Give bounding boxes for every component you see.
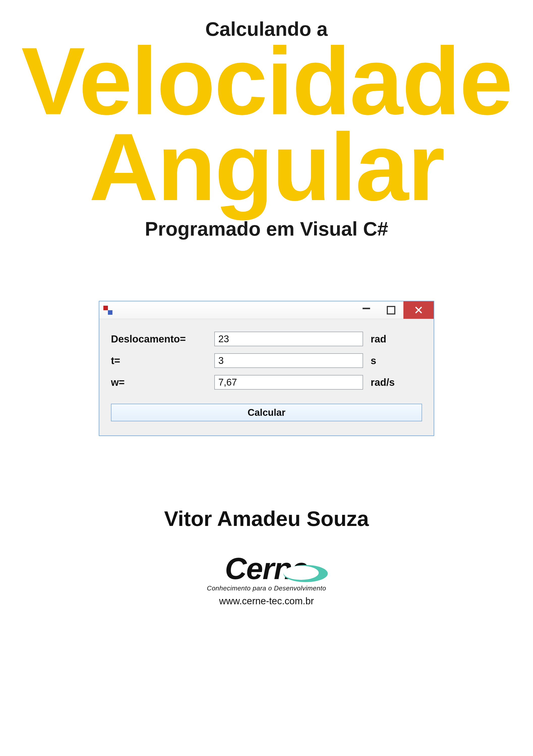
maximize-button[interactable]: [379, 301, 404, 319]
app-window: – ✕ Deslocamento= 23 rad t= 3 s w=: [99, 301, 434, 436]
title-sub: Programado em Visual C#: [145, 217, 388, 240]
close-button[interactable]: ✕: [404, 301, 434, 319]
input-t[interactable]: 3: [214, 353, 363, 368]
svg-rect-0: [387, 307, 395, 314]
logo-url: www.cerne-tec.com.br: [219, 596, 314, 607]
title-main-line2: Angular: [89, 122, 444, 212]
close-icon: ✕: [414, 303, 424, 317]
window-client-area: Deslocamento= 23 rad t= 3 s w= 7,67 rad/…: [99, 319, 434, 435]
unit-t: s: [371, 355, 416, 366]
publisher-logo: Cerne Conhecimento para o Desenvolviment…: [207, 551, 326, 607]
logo-swoosh-icon: [283, 562, 338, 585]
input-w[interactable]: 7,67: [214, 375, 363, 390]
form-grid: Deslocamento= 23 rad t= 3 s w= 7,67 rad/…: [111, 332, 422, 390]
logo-row: Cerne: [225, 551, 308, 586]
window-titlebar: – ✕: [99, 301, 434, 319]
title-main-line1: Velocidade: [21, 36, 512, 126]
calculate-button[interactable]: Calcular: [111, 404, 422, 421]
label-w: w=: [111, 377, 207, 388]
author-name: Vitor Amadeu Souza: [164, 506, 369, 531]
label-deslocamento: Deslocamento=: [111, 334, 207, 345]
app-icon: [103, 306, 112, 315]
window-controls: – ✕: [354, 301, 434, 319]
input-deslocamento[interactable]: 23: [214, 332, 363, 346]
maximize-icon: [387, 306, 395, 314]
svg-point-2: [283, 566, 319, 580]
unit-deslocamento: rad: [371, 334, 416, 345]
unit-w: rad/s: [371, 377, 416, 388]
book-cover: Calculando a Velocidade Angular Programa…: [0, 0, 533, 756]
minimize-button[interactable]: –: [354, 301, 379, 319]
label-t: t=: [111, 355, 207, 366]
